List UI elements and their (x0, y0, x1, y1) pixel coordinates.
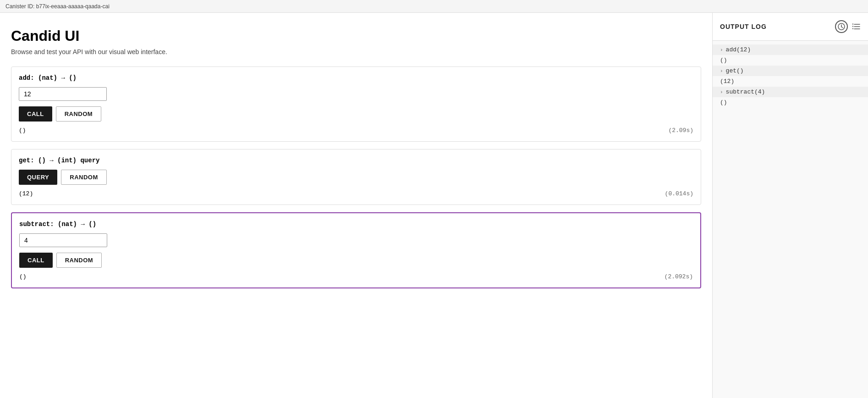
query-button-get[interactable]: QUERY (19, 170, 57, 185)
result-value-subtract: () (19, 273, 27, 280)
method-signature-get: get: () → (int) query (19, 157, 693, 164)
result-time-subtract: (2.092s) (665, 273, 693, 280)
log-call-1[interactable]: ›get() (713, 66, 868, 76)
method-card-get: get: () → (int) query QUERY RANDOM (12) … (11, 149, 701, 205)
input-add[interactable] (19, 87, 107, 101)
svg-rect-7 (852, 26, 853, 27)
output-header: OUTPUT LOG (713, 13, 868, 41)
btn-row-add: CALL RANDOM (19, 106, 693, 122)
content-area: Candid UI Browse and test your API with … (0, 13, 712, 398)
result-value-add: () (19, 127, 26, 134)
page-subtitle: Browse and test your API with our visual… (11, 48, 701, 55)
random-button-add[interactable]: RANDOM (56, 106, 102, 122)
log-arrow-1: › (720, 68, 723, 74)
page-title: Candid UI (11, 28, 701, 44)
btn-row-get: QUERY RANDOM (19, 170, 693, 185)
log-result-2: () (713, 97, 868, 108)
canister-id-label: Canister ID: b77ix-eeaaa-aaaaa-qaada-cai (5, 3, 110, 10)
result-time-add: (2.09s) (668, 127, 693, 134)
method-signature-subtract: subtract: (nat) → () (19, 221, 693, 228)
result-row-add: () (2.09s) (19, 127, 693, 134)
clock-icon-button[interactable] (835, 20, 848, 33)
call-button-add[interactable]: CALL (19, 106, 52, 122)
call-button-subtract[interactable]: CALL (19, 253, 53, 268)
svg-rect-6 (852, 24, 853, 25)
svg-line-2 (841, 27, 843, 28)
result-row-get: (12) (0.014s) (19, 190, 693, 197)
input-subtract[interactable] (19, 233, 107, 247)
output-title: OUTPUT LOG (720, 23, 767, 30)
method-signature-add: add: (nat) → () (19, 74, 693, 82)
result-value-get: (12) (19, 190, 33, 197)
log-call-text-1: get() (726, 67, 744, 74)
log-result-0: () (713, 55, 868, 66)
log-call-text-2: subtract(4) (726, 88, 765, 95)
output-icons (835, 20, 861, 33)
list-icon-button[interactable] (852, 23, 861, 30)
log-call-0[interactable]: ›add(12) (713, 44, 868, 55)
btn-row-subtract: CALL RANDOM (19, 253, 693, 268)
methods-container: add: (nat) → () CALL RANDOM () (2.09s) g… (11, 66, 701, 288)
method-card-add: add: (nat) → () CALL RANDOM () (2.09s) (11, 66, 701, 142)
random-button-subtract[interactable]: RANDOM (56, 253, 102, 268)
log-arrow-2: › (720, 89, 723, 95)
method-card-subtract: subtract: (nat) → () CALL RANDOM () (2.0… (11, 212, 701, 288)
result-time-get: (0.014s) (665, 190, 693, 197)
log-call-2[interactable]: ›subtract(4) (713, 87, 868, 97)
result-row-subtract: () (2.092s) (19, 273, 693, 280)
log-arrow-0: › (720, 47, 723, 53)
output-log-list: ›add(12)()›get()(12)›subtract(4)() (713, 41, 868, 398)
log-result-1: (12) (713, 76, 868, 87)
output-panel: OUTPUT LOG (712, 13, 868, 398)
svg-rect-8 (852, 28, 853, 29)
random-button-get[interactable]: RANDOM (61, 170, 107, 185)
log-call-text-0: add(12) (726, 46, 751, 53)
